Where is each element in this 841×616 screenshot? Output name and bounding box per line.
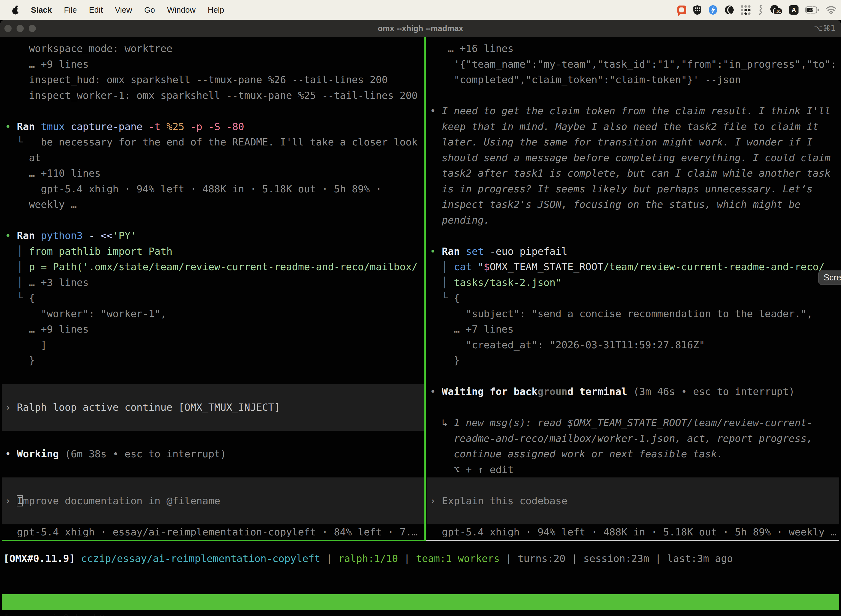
terminal-line: ] xyxy=(1,337,424,353)
window-title-bar[interactable]: omx --xhigh --madmax ⌥⌘1 xyxy=(0,20,841,37)
text-segment: (3m 46s • esc to interrupt) xyxy=(633,386,795,397)
terminal-line: gpt-5.4 xhigh · 94% left · 488K in · 5.1… xyxy=(1,181,424,197)
text-segment: d terminal xyxy=(568,386,633,397)
terminal-line xyxy=(1,368,424,384)
text-segment: continue assigned work or next feasible … xyxy=(430,448,723,459)
wifi-icon[interactable] xyxy=(826,6,837,14)
terminal-line xyxy=(426,509,840,524)
text-segment: mprove documentation in @filename xyxy=(23,495,220,506)
menu-item-edit[interactable]: Edit xyxy=(89,6,103,15)
terminal-line: │ tasks/task-2.json" xyxy=(426,275,840,290)
terminal-line: "subject": "send a concise recommendatio… xyxy=(426,306,840,322)
terminal-line: › Ralph loop active continue [OMX_TMUX_I… xyxy=(1,400,424,415)
text-segment: - xyxy=(89,230,100,241)
shield-grid-icon[interactable] xyxy=(693,5,702,15)
disk-crescent-icon[interactable] xyxy=(724,5,734,15)
text-segment: [OMX#0.11.9] xyxy=(3,553,75,564)
terminal-line xyxy=(1,384,424,400)
text-segment: inspect_worker-1: omx sparkshell --tmux-… xyxy=(5,90,418,101)
text-segment: • xyxy=(5,121,17,132)
text-segment: • xyxy=(430,105,442,116)
terminal-line: weekly … xyxy=(1,197,424,213)
text-segment: … +9 lines xyxy=(5,59,89,70)
battery-icon[interactable] xyxy=(805,6,819,13)
pane-divider[interactable] xyxy=(424,37,426,541)
text-segment: capture-pane xyxy=(70,121,148,132)
text-segment: -S xyxy=(208,121,226,132)
terminal-line: │ … +3 lines xyxy=(1,275,424,290)
window-title: omx --xhigh --madmax xyxy=(0,20,841,37)
screen-notification-label: Scre xyxy=(823,273,841,283)
text-segment: … +7 lines xyxy=(430,323,513,335)
text-segment: • xyxy=(5,448,17,459)
terminal-line: later. Using the same for transition mig… xyxy=(426,134,840,150)
tmux-status-bar: [omx-cczip0:bash* "MacBook-Pro-44.local"… xyxy=(1,594,840,610)
terminal-line: } xyxy=(1,353,424,368)
terminal-line: should send a message before completing … xyxy=(426,150,840,166)
text-segment: } xyxy=(5,355,35,366)
text-segment: Waiting for back xyxy=(442,386,538,397)
menu-item-view[interactable]: View xyxy=(115,6,132,15)
sync-bolt-icon[interactable] xyxy=(708,5,718,15)
terminal-line: "created_at": "2026-03-31T11:59:27.816Z" xyxy=(426,337,840,353)
apple-menu-icon[interactable] xyxy=(12,5,20,15)
omx-status-line: [OMX#0.11.9] cczip/essay/ai-reimplementa… xyxy=(1,551,840,567)
text-segment: gpt-5.4 xhigh · 94% left · 488K in · 5.1… xyxy=(430,526,837,538)
terminal-line: ↳ 1 new msg(s): read $OMX_TEAM_STATE_ROO… xyxy=(426,415,840,431)
terminal-line xyxy=(426,477,840,493)
macos-menu-bar: Slack File Edit View Go Window Help xyxy=(0,0,841,20)
chat-app-icon[interactable] xyxy=(677,6,686,14)
text-segment: ] xyxy=(5,339,47,351)
terminal-line: … +110 lines xyxy=(1,166,424,181)
status-line-text: [OMX#0.11.9] cczip/essay/ai-reimplementa… xyxy=(1,551,840,567)
menu-item-go[interactable]: Go xyxy=(144,6,155,15)
meter-badge-icon[interactable]: ..61 xyxy=(771,5,782,15)
menu-item-help[interactable]: Help xyxy=(208,6,224,15)
terminal-line: │ p = Path('.omx/state/team/review-curre… xyxy=(1,259,424,275)
text-segment: << xyxy=(101,230,113,241)
terminal-line: │ from pathlib import Path xyxy=(1,244,424,260)
text-segment: cczip/essay/ai-reimplementation-copyleft xyxy=(81,553,320,564)
terminal-line: • Ran tmux capture-pane -t %25 -p -S -80 xyxy=(1,119,424,135)
text-segment: • xyxy=(430,386,442,397)
prompt-input-line[interactable]: › Explain this codebase xyxy=(426,493,840,509)
text-segment: Ran xyxy=(17,121,41,132)
text-segment: cat xyxy=(454,261,478,273)
text-segment: 1 new msg(s): read $OMX_TEAM_STATE_ROOT/… xyxy=(454,417,813,428)
menu-item-window[interactable]: Window xyxy=(167,6,196,15)
text-segment: … +9 lines xyxy=(5,323,89,335)
terminal-line: keep that in mind. Maybe I also need the… xyxy=(426,119,840,135)
dots-grid-icon[interactable] xyxy=(741,5,750,15)
terminal-line: is in progress? It seems likely but perh… xyxy=(426,181,840,197)
text-segment: └ { xyxy=(430,292,460,304)
terminal-line xyxy=(1,213,424,228)
text-segment: at xyxy=(5,152,41,163)
text-segment: gpt-5.4 xhigh · essay/ai-reimplementatio… xyxy=(5,526,418,538)
menu-item-file[interactable]: File xyxy=(64,6,77,15)
text-segment: inspect task2's JSON, focusing on the st… xyxy=(430,199,801,210)
text-segment: • xyxy=(430,246,442,257)
text-segment: Working xyxy=(17,448,64,459)
terminal-line: • Waiting for background terminal (3m 46… xyxy=(426,384,840,400)
text-segment: $ xyxy=(484,261,490,273)
text-segment: weekly … xyxy=(5,199,77,210)
text-segment: inspect_hud: omx sparkshell --tmux-pane … xyxy=(5,74,388,85)
text-segment: I xyxy=(17,495,23,506)
right-pane-border xyxy=(426,540,840,541)
menu-app-name[interactable]: Slack xyxy=(31,6,52,15)
text-segment: │ xyxy=(5,277,29,288)
text-segment: readme-and-reco/mailbox/worker-1.json, a… xyxy=(430,433,813,444)
squiggle-icon[interactable] xyxy=(757,5,764,15)
prompt-input-line[interactable]: › Improve documentation in @filename xyxy=(1,493,424,509)
input-source-icon[interactable]: A xyxy=(789,5,799,15)
terminal-line: task2 after task1 is complete, but can I… xyxy=(426,166,840,181)
text-segment: %25 xyxy=(166,121,190,132)
text-segment: p = Path('.omx/state/team/review-current… xyxy=(29,261,418,273)
terminal-line xyxy=(1,103,424,119)
text-segment: › xyxy=(5,495,17,506)
text-segment: │ xyxy=(430,277,454,288)
worker-pane: … +16 lines '{"team_name":"my-team","tas… xyxy=(426,41,840,540)
text-segment: python3 xyxy=(41,230,89,241)
terminal-line xyxy=(426,368,840,384)
screen-notification-overlay[interactable]: Scre xyxy=(818,270,841,285)
